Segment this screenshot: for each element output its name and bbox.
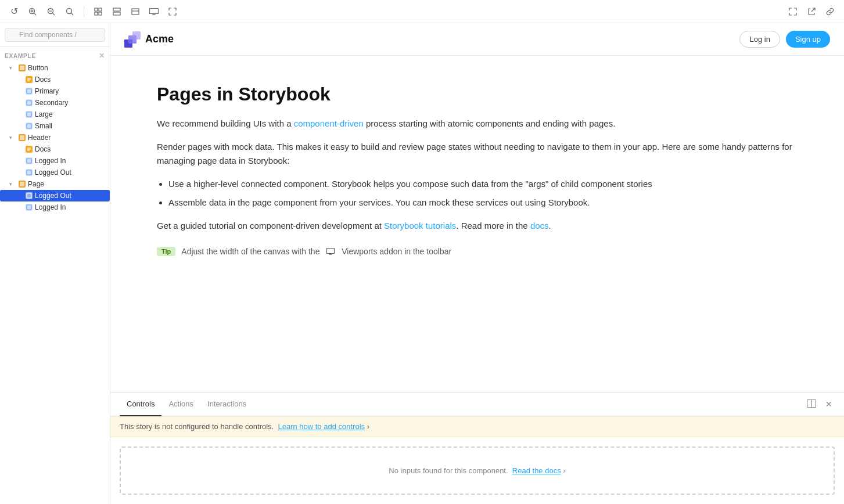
docs-icon (26, 76, 33, 83)
tab-controls[interactable]: Controls (120, 393, 161, 416)
bullet-item-2: Assemble data in the page component from… (168, 196, 798, 210)
svg-rect-13 (113, 8, 120, 11)
refresh-icon[interactable]: ↺ (7, 5, 21, 19)
zoom-out-icon[interactable] (44, 5, 58, 19)
story-icon (26, 204, 33, 211)
paragraph-3: Get a guided tutorial on component-drive… (157, 219, 798, 233)
preview-content: Pages in Storybook We recommend building… (110, 56, 844, 393)
chevron-icon: ▾ (9, 135, 16, 141)
close-panel-icon[interactable]: ✕ (823, 397, 835, 412)
sidebar-item-button-docs[interactable]: Docs (0, 74, 110, 85)
story-icon (26, 88, 33, 95)
story-icon (26, 99, 33, 106)
sidebar-item-page-logged-out[interactable]: Logged Out (0, 190, 110, 201)
svg-rect-53 (132, 31, 141, 39)
section-label: EXAMPLE ✕ (0, 47, 110, 62)
story-icon (26, 192, 33, 199)
component-icon (19, 134, 26, 141)
viewport-toggle-icon[interactable] (147, 5, 161, 19)
read-docs-link[interactable]: Read the docs (512, 466, 561, 475)
docs-icon (26, 146, 33, 153)
panel-layout-icon[interactable] (805, 397, 818, 412)
paragraph-2: Render pages with mock data. This makes … (157, 140, 798, 168)
search-wrap (5, 28, 105, 42)
sidebar-item-button-small[interactable]: Small (0, 120, 110, 132)
tip-text: Adjust the width of the canvas with the … (181, 247, 451, 256)
sidebar-item-button-primary[interactable]: Primary (0, 85, 110, 97)
sidebar-item-header-logged-out[interactable]: Logged Out (0, 167, 110, 178)
sidebar-item-button-secondary[interactable]: Secondary (0, 97, 110, 109)
external-link-icon[interactable] (805, 5, 818, 19)
tab-actions[interactable]: Actions (161, 393, 200, 416)
logo-text: Acme (145, 33, 174, 45)
svg-rect-9 (95, 8, 98, 11)
svg-line-5 (53, 13, 55, 15)
grid-view-icon[interactable] (110, 5, 124, 19)
svg-point-7 (67, 8, 72, 13)
component-driven-link[interactable]: component-driven (294, 118, 364, 128)
logo: Acme (124, 31, 174, 48)
expand-icon[interactable] (786, 5, 800, 19)
zoom-in-icon[interactable] (26, 5, 39, 19)
sidebar-item-page-logged-in[interactable]: Logged In (0, 201, 110, 213)
sidebar: EXAMPLE ✕ ▾ Button Docs (0, 23, 110, 504)
story-icon (26, 169, 33, 176)
svg-rect-12 (99, 12, 102, 15)
login-button[interactable]: Log in (739, 31, 780, 48)
header-actions: Log in Sign up (739, 31, 830, 48)
bottom-tabs: Controls Actions Interactions ✕ (110, 393, 844, 416)
link-icon[interactable] (823, 5, 837, 19)
toolbar-right (786, 5, 837, 19)
sidebar-item-header-logged-in[interactable]: Logged In (0, 155, 110, 167)
preview-header: Acme Log in Sign up (110, 23, 844, 56)
story-icon (26, 123, 33, 129)
bottom-tab-actions: ✕ (805, 397, 835, 412)
sidebar-item-button-group[interactable]: ▾ Button (0, 62, 110, 74)
logo-icon (124, 31, 141, 48)
chevron-icon: ▾ (9, 65, 16, 71)
sidebar-item-header-group[interactable]: ▾ Header (0, 132, 110, 143)
svg-rect-14 (113, 12, 120, 15)
search-input[interactable] (5, 28, 105, 42)
story-icon (26, 111, 33, 118)
svg-rect-17 (150, 8, 159, 13)
controls-warning: This story is not configured to handle c… (110, 416, 844, 437)
storybook-tutorials-link[interactable]: Storybook tutorials (384, 221, 456, 231)
toolbar-divider (84, 6, 84, 17)
no-inputs-box: No inputs found for this component. Read… (120, 447, 835, 495)
component-view-icon[interactable] (91, 5, 105, 19)
sidebar-item-page-group[interactable]: ▾ Page (0, 178, 110, 190)
preview-area: Acme Log in Sign up Pages in Storybook W… (110, 23, 844, 504)
toolbar: ↺ (0, 0, 844, 23)
svg-rect-15 (132, 9, 139, 15)
page-title: Pages in Storybook (157, 84, 798, 105)
docs-link[interactable]: docs (530, 221, 549, 231)
main-layout: EXAMPLE ✕ ▾ Button Docs (0, 23, 844, 504)
svg-line-8 (71, 13, 74, 15)
svg-rect-11 (95, 12, 98, 15)
component-icon (19, 181, 26, 188)
viewport-inline-icon (326, 248, 335, 255)
story-icon (26, 157, 33, 164)
close-section-icon[interactable]: ✕ (99, 52, 105, 60)
single-view-icon[interactable] (128, 5, 142, 19)
svg-rect-46 (20, 182, 24, 186)
zoom-reset-icon[interactable] (63, 5, 77, 19)
svg-rect-54 (327, 249, 335, 254)
tip-badge: Tip (157, 247, 175, 256)
sidebar-item-button-large[interactable]: Large (0, 109, 110, 120)
svg-line-20 (811, 8, 815, 12)
tip-box: Tip Adjust the width of the canvas with … (157, 247, 798, 256)
paragraph-1: We recommend building UIs with a compone… (157, 117, 798, 131)
svg-rect-22 (20, 66, 24, 70)
tab-interactions[interactable]: Interactions (200, 393, 253, 416)
signup-button[interactable]: Sign up (786, 31, 830, 48)
sidebar-item-header-docs[interactable]: Docs (0, 143, 110, 155)
svg-line-1 (34, 13, 37, 15)
svg-rect-36 (20, 135, 24, 140)
bottom-panel: Controls Actions Interactions ✕ This sto… (110, 393, 844, 504)
learn-controls-link[interactable]: Learn how to add controls (278, 422, 365, 431)
component-icon (19, 64, 26, 71)
bullet-list: Use a higher-level connected component. … (157, 177, 798, 210)
fullscreen-icon[interactable] (166, 5, 179, 19)
